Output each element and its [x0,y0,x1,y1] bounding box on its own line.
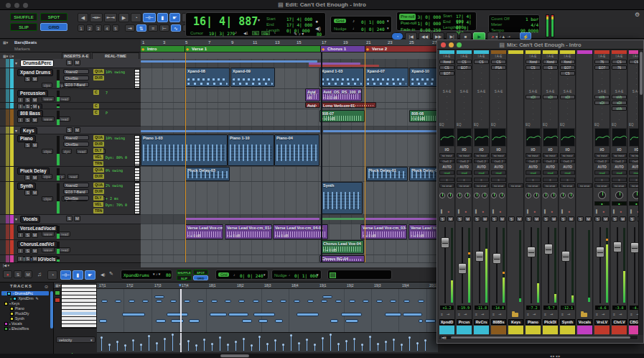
group-assignment[interactable]: no grup [526,183,541,188]
track-header-keys[interactable]: ▾KeysSM [0,127,141,134]
group-assignment[interactable]: no grup [439,183,454,188]
track-solo-button[interactable]: S [24,117,31,123]
record-arm-button[interactable]: ● [568,209,570,214]
track-input-button[interactable]: I [17,104,24,109]
output-window-icon[interactable]: ⇥ [602,312,605,316]
input-monitor-button[interactable]: ▌ [475,209,478,214]
clip-gain[interactable]: ↕ + 0 dB [307,91,319,100]
midi-note[interactable] [211,300,218,303]
pan-knob-right[interactable] [499,193,505,198]
velocity-stem[interactable] [204,340,205,351]
velocity-stem[interactable] [283,345,284,351]
midi-track-name[interactable]: XpandDrums [123,272,149,277]
trim-tool[interactable]: ⊣⊢ [143,13,156,22]
fader-handle[interactable] [458,263,467,274]
rtp-dur[interactable]: DUR [93,174,104,179]
pan-knob-left[interactable] [439,193,445,198]
insert-cs[interactable]: CS [474,60,489,64]
input-monitor-button[interactable]: ▌ [441,209,444,214]
midi-note[interactable] [225,300,231,303]
velocity-stem-dot[interactable] [322,337,324,339]
midi-note[interactable] [253,300,259,303]
main-counter[interactable]: 16| 4| 887 [193,15,258,28]
clip-808-07[interactable]: 808-07↕ + 0 dB [319,110,365,122]
pan-knob-right[interactable] [533,193,539,198]
midi-note[interactable] [99,319,107,323]
pan-knob[interactable] [615,191,623,199]
output-path-selector[interactable]: Out1-2 [612,159,627,163]
eq-curve-display[interactable] [560,128,575,147]
track-mini-keyboard[interactable] [134,69,140,88]
midi-mode-spot[interactable]: SPOT [193,270,208,275]
fader-value[interactable]: +1.2 [439,305,454,311]
fader-handle[interactable] [613,242,622,252]
zoom-preset-3[interactable]: 3 [95,24,102,32]
input-path-selector[interactable]: no input [439,153,454,157]
metronome-icon[interactable]: ♩● ♪▲ ⊸ [491,34,510,39]
track-tag-clips[interactable]: clips [42,196,53,201]
track-tag-clps[interactable]: clps [42,83,52,88]
pencil-velocity-icon[interactable]: ✎ ♪ ▾ [294,31,304,36]
mix-strip-808bs[interactable]: I A-ECSPSA···S A-E·····EQI/Ono inputOut1… [490,50,507,335]
send-empty[interactable]: · [560,112,575,116]
group-assignment[interactable]: no grup [594,183,610,188]
mix-strip-plckdl[interactable]: I A-EXpndCS···S A-EsDl····EQI/Ono inputO… [542,50,559,335]
clip-pluck-delay-01[interactable]: Pluck Delay-01 [366,167,408,181]
insert-empty[interactable]: · [491,77,506,81]
ruler-expand-icon[interactable]: ▦▾ [3,40,8,45]
toolbar-gear-icon[interactable]: ⚙ [635,12,640,18]
send-empty[interactable]: · [594,112,610,116]
velocity-stem[interactable] [291,336,291,351]
record-arm-button[interactable]: ● [447,209,449,214]
output-path-selector[interactable]: Out1-2 [560,159,575,163]
insert-empty[interactable]: · [439,77,454,81]
mix-hscrollbar-thumb[interactable] [451,336,630,339]
midi-note[interactable] [390,300,396,303]
midi-playhead-marker[interactable]: ▼ [178,283,182,288]
send-empty[interactable]: · [474,95,489,98]
velocity-stem-dot[interactable] [243,338,245,340]
track-tag-clips[interactable]: clips [42,149,53,154]
midi-track-item-xpnddrm[interactable]: ●XpndDrm✎ [1,296,49,300]
input-monitor-button[interactable]: ▌ [544,209,547,214]
midi-note[interactable] [266,300,273,303]
insert-slot-eq37band[interactable]: EQ3 7-Band [63,82,89,87]
velocity-stem[interactable] [346,341,347,351]
fader-value[interactable]: -4.6 [594,305,610,311]
strip-menu-icon[interactable]: ≡ [475,312,477,316]
fader-value[interactable]: -11.8 [474,305,489,311]
velocity-stem-dot[interactable] [314,344,316,346]
insert-empty[interactable]: · [439,83,454,86]
clip-gain[interactable]: ↕ + 0 dB [411,234,424,238]
link-track-selection[interactable]: ⊢ [159,24,169,32]
mix-strip-vrslv[interactable]: I A-E76EQ7···S A-EsVbsDl···EQI/Ono input… [594,50,610,335]
folder-arrow-icon[interactable]: ▾ [15,60,17,65]
midi-note[interactable] [403,300,410,303]
zoom-preset-1[interactable]: 1 [78,24,85,32]
note-color-red-chip[interactable] [55,298,60,303]
insert-slot-chnlstp[interactable]: ChnlStp [63,75,89,81]
insert-slot-chnlstp[interactable]: ChnlStp [63,196,89,201]
marker-intro[interactable]: Intro◆ [141,46,185,52]
grid-note-icon[interactable]: ♪ [353,19,355,23]
send-empty[interactable]: · [526,118,541,121]
velocity-stem[interactable] [338,344,339,351]
track-name[interactable]: 808 Bass [17,110,43,117]
fader-handle[interactable] [596,247,605,257]
clip-avid-[interactable]: Avid_↕ + 0 dB [305,88,320,101]
input-monitor-button[interactable]: ▌ [630,209,633,214]
send-sdl[interactable]: sDl [543,95,558,99]
send-svb[interactable]: sVb [612,106,627,111]
velocity-stem[interactable] [157,344,157,351]
send-empty[interactable]: · [474,112,489,116]
fader-handle[interactable] [527,247,536,257]
send-empty[interactable]: · [560,118,575,121]
selection-end-line[interactable] [365,52,365,262]
velocity-stem[interactable] [417,344,418,351]
zoom-preset-4[interactable]: 4 [103,24,111,32]
folder-arrow-icon[interactable]: ▸ [9,327,11,331]
track-solo-button[interactable]: S [24,142,31,148]
insert-xpnd[interactable]: Xpnd [526,60,541,64]
midi-note[interactable] [330,319,338,323]
strip-menu-icon[interactable]: ≡ [527,312,529,316]
